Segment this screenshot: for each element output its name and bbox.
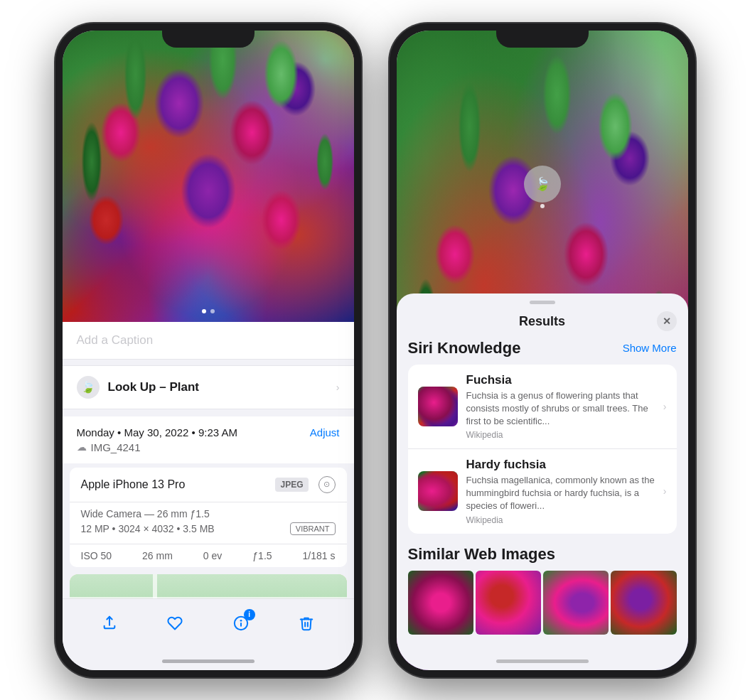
fuchsia-chevron: › — [663, 401, 667, 412]
page-dot-1 — [202, 309, 206, 313]
date-text: Monday • May 30, 2022 • 9:23 AM — [77, 426, 237, 438]
lookup-text: Look Up – Plant — [108, 380, 199, 394]
fuchsia-thumbnail — [418, 387, 458, 426]
map-road-vertical — [153, 574, 157, 598]
camera-details: Wide Camera — 26 mm ƒ1.5 12 MP • 3024 × … — [70, 502, 347, 544]
web-images-title: Similar Web Images — [408, 545, 677, 564]
show-more-button[interactable]: Show More — [623, 342, 677, 354]
siri-knowledge-title: Siri Knowledge — [408, 339, 521, 357]
ev-value: 0 ev — [203, 550, 222, 561]
camera-name: Apple iPhone 13 Pro — [81, 478, 186, 491]
home-bar — [162, 659, 255, 663]
delete-button[interactable] — [291, 608, 322, 639]
map-road-horizontal — [70, 597, 347, 598]
visual-lookup-leaf-icon: 🍃 — [535, 176, 550, 192]
favorite-button[interactable] — [159, 608, 191, 639]
hardy-fuchsia-chevron: › — [663, 485, 667, 497]
hardy-fuchsia-name: Hardy fuchsia — [466, 458, 655, 472]
hardy-fuchsia-info: Hardy fuchsia Fuchsia magellanica, commo… — [466, 458, 655, 525]
right-home-bar — [496, 659, 589, 663]
info-button[interactable]: i — [225, 608, 257, 639]
results-content[interactable]: Siri Knowledge Show More Fuchsia Fuchsia… — [397, 339, 688, 670]
web-image-4[interactable] — [611, 571, 676, 635]
home-indicator — [63, 653, 354, 670]
camera-header: Apple iPhone 13 Pro JPEG ⊙ — [70, 468, 347, 502]
lookup-chevron: › — [336, 382, 340, 393]
knowledge-item-fuchsia[interactable]: Fuchsia Fuchsia is a genus of flowering … — [408, 365, 677, 449]
results-panel: Results ✕ Siri Knowledge Show More — [397, 294, 688, 670]
hardy-fuchsia-description: Fuchsia magellanica, commonly known as t… — [466, 474, 655, 513]
caption-placeholder[interactable]: Add a Caption — [77, 333, 154, 347]
web-image-1[interactable] — [408, 571, 473, 635]
web-images-section: Similar Web Images — [408, 545, 677, 635]
visual-lookup-dot — [540, 204, 545, 208]
aperture-value: ƒ1.5 — [252, 550, 272, 561]
right-phone: 🍃 Results ✕ Siri Knowledge Show More — [390, 23, 695, 677]
share-button[interactable] — [94, 608, 125, 639]
caption-area[interactable]: Add a Caption — [63, 322, 354, 360]
right-home-indicator — [397, 653, 688, 670]
lens-info: Wide Camera — 26 mm ƒ1.5 — [81, 508, 210, 519]
web-image-2[interactable] — [476, 571, 541, 635]
page-dot-2 — [210, 309, 215, 313]
siri-knowledge-header: Siri Knowledge Show More — [408, 339, 677, 357]
phone-notch — [162, 23, 255, 48]
results-header: Results ✕ — [397, 304, 688, 339]
bottom-toolbar: i — [63, 598, 354, 653]
web-images-grid — [408, 571, 677, 635]
camera-lens-row: Wide Camera — 26 mm ƒ1.5 — [81, 508, 336, 519]
right-phone-screen: 🍃 Results ✕ Siri Knowledge Show More — [397, 31, 688, 670]
fuchsia-source: Wikipedia — [466, 430, 655, 440]
flower-photo[interactable] — [63, 31, 354, 322]
left-phone: Add a Caption 🍃 Look Up – Plant › Monday… — [55, 23, 361, 677]
hardy-thumb-image — [418, 471, 458, 511]
shutter-value: 1/181 s — [303, 550, 336, 561]
jpeg-badge: JPEG — [275, 478, 308, 492]
map-section[interactable] — [70, 574, 347, 598]
iso-value: ISO 50 — [81, 550, 112, 561]
fuchsia-thumb-image — [418, 387, 458, 426]
exif-row: ISO 50 26 mm 0 ev ƒ1.5 1/181 s — [70, 544, 347, 567]
visual-lookup-button[interactable]: 🍃 — [524, 166, 561, 203]
hardy-fuchsia-thumbnail — [418, 471, 458, 511]
location-row: ☁ IMG_4241 — [77, 441, 340, 453]
fuchsia-info: Fuchsia Fuchsia is a genus of flowering … — [466, 373, 655, 441]
focal-value: 26 mm — [142, 550, 173, 561]
camera-resolution-row: 12 MP • 3024 × 4032 • 3.5 MB VIBRANT — [81, 522, 336, 535]
knowledge-card: Fuchsia Fuchsia is a genus of flowering … — [408, 365, 677, 534]
camera-settings-icon[interactable]: ⊙ — [318, 476, 336, 493]
resolution-info: 12 MP • 3024 × 4032 • 3.5 MB — [81, 523, 215, 534]
results-title: Results — [519, 314, 565, 329]
hardy-fuchsia-source: Wikipedia — [466, 515, 655, 525]
page-indicator — [202, 309, 215, 313]
info-panel: Add a Caption 🍃 Look Up – Plant › Monday… — [63, 322, 354, 598]
left-phone-screen: Add a Caption 🍃 Look Up – Plant › Monday… — [63, 31, 354, 670]
info-badge: i — [244, 609, 255, 620]
fuchsia-description: Fuchsia is a genus of flowering plants t… — [466, 389, 655, 429]
lookup-section[interactable]: 🍃 Look Up – Plant › — [63, 365, 354, 409]
fuchsia-name: Fuchsia — [466, 373, 655, 387]
vibrant-badge: VIBRANT — [290, 522, 336, 535]
knowledge-item-hardy-fuchsia[interactable]: Hardy fuchsia Fuchsia magellanica, commo… — [408, 448, 677, 534]
leaf-icon: 🍃 — [81, 380, 95, 394]
cloud-icon: ☁ — [77, 441, 87, 453]
filename: IMG_4241 — [91, 441, 141, 453]
date-row: Monday • May 30, 2022 • 9:23 AM Adjust — [77, 426, 340, 438]
web-image-3[interactable] — [543, 571, 609, 635]
metadata-section: Monday • May 30, 2022 • 9:23 AM Adjust ☁… — [63, 416, 354, 463]
lookup-icon: 🍃 — [77, 376, 100, 399]
map-background — [70, 574, 347, 598]
adjust-button[interactable]: Adjust — [310, 426, 340, 438]
camera-section: Apple iPhone 13 Pro JPEG ⊙ Wide Camera —… — [70, 468, 347, 567]
right-phone-notch — [496, 23, 589, 48]
results-close-button[interactable]: ✕ — [657, 311, 677, 331]
